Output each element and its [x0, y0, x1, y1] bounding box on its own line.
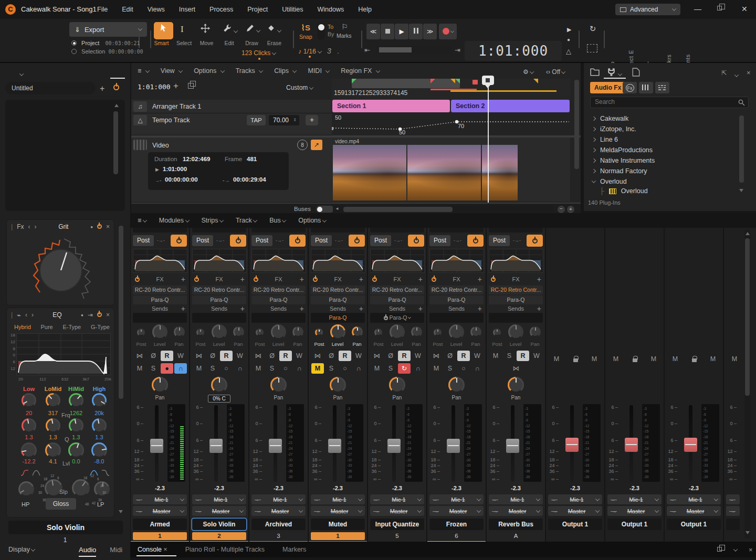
strip-button-R[interactable]: R	[220, 351, 233, 361]
pan-knob[interactable]	[270, 377, 287, 393]
fader-cap[interactable]	[684, 438, 697, 452]
console-menu-icon[interactable]: ≡	[138, 217, 146, 224]
mute-button[interactable]: M	[610, 354, 622, 364]
tool-label-erase[interactable]: Erase	[263, 40, 286, 46]
tempo-envelope[interactable]: 50 50 70	[332, 113, 570, 135]
solo-button[interactable]: S	[266, 363, 278, 374]
add-fx-button[interactable]: +	[478, 275, 482, 283]
input-selector[interactable]: →-Mic 1	[251, 494, 306, 504]
add-track-button[interactable]: +	[100, 84, 104, 93]
post-button[interactable]: Post	[311, 235, 332, 246]
now-time-display[interactable]: 1:01:000	[138, 83, 171, 91]
mute-button[interactable]: M	[311, 363, 324, 374]
chevron-down-icon[interactable]	[618, 70, 622, 78]
fx-slot-1[interactable]: Para-Q	[192, 295, 246, 304]
tree-vendor-cakewalk[interactable]: Cakewalk	[589, 113, 756, 124]
eq-thumbnail[interactable]	[429, 249, 484, 273]
popout-icon[interactable]: ⇥	[88, 311, 93, 319]
menu-5[interactable]: Project	[247, 6, 268, 13]
record-button[interactable]	[439, 24, 457, 39]
duplicate-icon[interactable]	[717, 546, 722, 553]
strip-number[interactable]: 5	[370, 532, 424, 540]
console-menu-bus[interactable]: Bus	[269, 217, 286, 224]
input-selector[interactable]: →-Mic 1	[429, 494, 484, 504]
fx-slot-0[interactable]: RC-20 Retro Contr...	[311, 286, 365, 294]
fx-slot-0[interactable]: RC-20 Retro Contr...	[192, 286, 246, 294]
strip-button-R[interactable]: R	[279, 351, 292, 361]
pause-button[interactable]	[409, 24, 423, 39]
position-scrubber[interactable]	[376, 46, 452, 54]
console-vscrollbar[interactable]	[744, 230, 750, 538]
project-radio[interactable]	[71, 40, 77, 46]
output-selector[interactable]: -→Master	[370, 506, 424, 516]
input-selector[interactable]: →-Mic 1	[489, 494, 543, 504]
send-post-knob[interactable]	[137, 329, 145, 336]
input-quantize-button[interactable]: ↻	[398, 363, 411, 374]
gear-icon[interactable]: ⚙	[523, 68, 533, 76]
pan-knob[interactable]	[508, 377, 524, 393]
tree-vendor-normad-factory[interactable]: Normad Factory	[589, 166, 756, 176]
add-send-button[interactable]: +	[240, 304, 245, 313]
mute-button[interactable]: M	[550, 354, 563, 364]
power-icon[interactable]	[113, 84, 119, 92]
tempo-track-header[interactable]: △ Tempo Track TAP 70.00⇕ +	[131, 113, 332, 135]
add-fx-button[interactable]: +	[359, 275, 363, 283]
send-level-knob[interactable]	[152, 324, 167, 340]
send-post-knob[interactable]	[434, 329, 442, 336]
loop-end-marker[interactable]	[455, 79, 460, 83]
track-name-field[interactable]: Untitled	[5, 82, 96, 94]
power-icon[interactable]	[97, 223, 102, 230]
dock-tab-markers[interactable]: Markers	[282, 546, 306, 553]
tool-label-select[interactable]: Select	[173, 40, 195, 46]
add-track-button[interactable]: +	[173, 81, 178, 91]
eq-lvl-knob-lomid[interactable]	[45, 442, 61, 458]
trackview-menu-tracks[interactable]: Tracks	[236, 67, 263, 75]
strip-button-R[interactable]: R	[161, 351, 173, 361]
strip-name[interactable]: Output 1	[607, 519, 662, 530]
mono-button[interactable]: M	[707, 354, 719, 364]
trackview-menu-view[interactable]: View	[161, 67, 182, 75]
add-fx-button[interactable]: +	[300, 275, 304, 283]
tool-label-draw[interactable]: Draw	[240, 40, 263, 46]
send-pan-knob[interactable]	[470, 326, 481, 337]
video-clip[interactable]: video.mp4	[332, 138, 570, 202]
tool-label-edit[interactable]: Edit	[218, 40, 240, 46]
record-arm-button[interactable]: ●	[161, 363, 173, 374]
snap-value-dropdown[interactable]: ♪ 1/16 3 .	[298, 47, 339, 55]
send-level-knob[interactable]	[330, 324, 345, 340]
punch-out-marker[interactable]	[472, 80, 478, 84]
zoom-in-button[interactable]: +	[567, 206, 574, 213]
strip-button-⋈[interactable]: ⋈	[193, 351, 205, 361]
dock-tab-console[interactable]: Console ×	[138, 546, 167, 553]
eq-power-button[interactable]	[230, 235, 246, 247]
pan-value[interactable]: 0% C	[208, 395, 230, 403]
strip-button-R[interactable]: R	[457, 351, 470, 361]
fader-cap[interactable]	[447, 439, 460, 453]
video-in-time[interactable]: 00:00:00:00	[165, 176, 198, 183]
scroll-down-icon[interactable]	[739, 189, 743, 192]
trackview-menu-icon[interactable]: ≡	[138, 67, 149, 75]
select-start-marker[interactable]	[450, 79, 455, 83]
minimize-button[interactable]: —	[694, 5, 701, 13]
arranger-section-1[interactable]: Section 1	[332, 100, 450, 112]
triplet-toggle[interactable]: 3	[327, 47, 331, 55]
post-button[interactable]: Post	[192, 235, 213, 246]
draw-tool-button[interactable]	[246, 24, 260, 34]
console-menu-track[interactable]: Track	[236, 217, 257, 224]
strip-name[interactable]: Armed	[133, 519, 187, 530]
mute-button[interactable]: M	[252, 363, 265, 374]
loop-region-icon[interactable]	[587, 44, 597, 52]
strip-number[interactable]: 1	[311, 532, 365, 540]
go-to-start-icon[interactable]: ⇤	[364, 46, 370, 54]
console-menu-options[interactable]: Options	[298, 217, 326, 224]
metronome-state-icon[interactable]: △	[566, 47, 571, 55]
fx-slot-1[interactable]: Para-Q	[429, 295, 484, 304]
trackview-vscrollbar[interactable]	[574, 80, 579, 169]
eq-thumbnail[interactable]	[192, 249, 247, 273]
playhead-marker[interactable]	[482, 76, 494, 85]
close-icon[interactable]: ×	[106, 223, 110, 230]
prochannel-track-name[interactable]: Solo Violin	[8, 521, 123, 534]
output-selector[interactable]: -→Master	[489, 506, 543, 516]
power-icon[interactable]	[97, 311, 102, 319]
send-post-knob[interactable]	[374, 329, 382, 336]
